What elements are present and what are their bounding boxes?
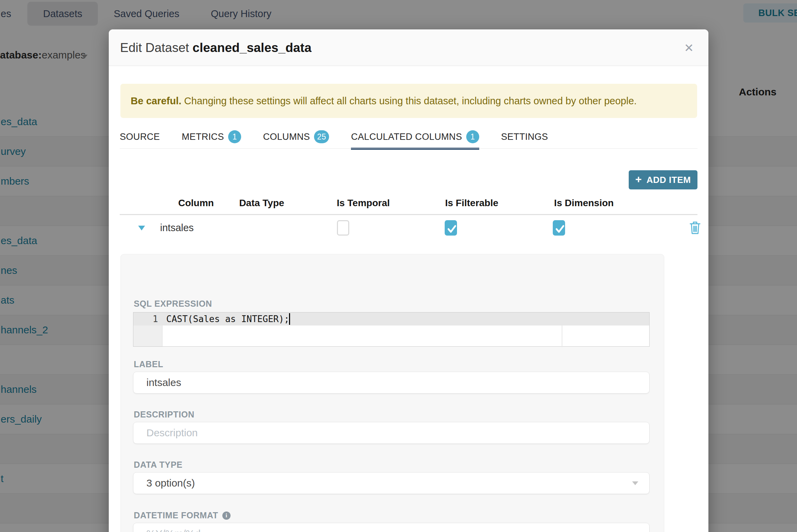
sql-expression-editor[interactable]: 1 CAST(Sales as INTEGER); xyxy=(133,312,650,347)
editor-line-number: 1 xyxy=(133,312,158,325)
check-icon xyxy=(554,223,565,234)
calculated-column-name: intsales xyxy=(160,222,194,234)
tab-bar-divider xyxy=(120,148,697,149)
data-type-selected-value: 3 option(s) xyxy=(146,473,195,494)
modal-tab-bar: SOURCEMETRICS1COLUMNS25CALCULATED COLUMN… xyxy=(120,127,548,149)
sql-expression-label: SQL EXPRESSION xyxy=(134,299,212,309)
label-field-label: LABEL xyxy=(134,359,163,369)
screen: es DatasetsSaved QueriesQuery History BU… xyxy=(0,0,797,532)
datetime-format-field-label: DATETIME FORMAT i xyxy=(134,510,231,520)
modal-title: Edit Dataset cleaned_sales_data xyxy=(120,41,311,55)
collapse-row-caret-icon[interactable] xyxy=(138,226,145,230)
sql-expression-code: CAST(Sales as INTEGER); xyxy=(166,312,289,325)
data-type-field-label: DATA TYPE xyxy=(134,460,182,470)
tab-source[interactable]: SOURCE xyxy=(120,127,160,149)
chevron-down-icon xyxy=(632,481,638,485)
tab-count-badge: 1 xyxy=(228,130,241,143)
warning-bold-text: Be careful. xyxy=(131,95,181,106)
plus-icon: + xyxy=(635,173,642,186)
checkbox-is-dimension[interactable] xyxy=(553,220,565,236)
modal-header: Edit Dataset cleaned_sales_data ✕ xyxy=(109,29,708,66)
table-header-border xyxy=(120,214,697,215)
info-icon[interactable]: i xyxy=(222,511,231,520)
column-header-is-filterable: Is Filterable xyxy=(445,198,498,209)
datetime-format-label-text: DATETIME FORMAT xyxy=(134,510,218,520)
tab-columns[interactable]: COLUMNS25 xyxy=(263,127,329,149)
add-item-label: ADD ITEM xyxy=(646,175,691,185)
close-icon: ✕ xyxy=(684,41,694,54)
tab-label: METRICS xyxy=(182,132,224,142)
checkbox-is-filterable[interactable] xyxy=(445,220,457,236)
checkbox-is-temporal[interactable] xyxy=(337,220,349,236)
tab-metrics[interactable]: METRICS1 xyxy=(182,127,241,149)
column-header-is-dimension: Is Dimension xyxy=(554,198,614,209)
tab-count-badge: 25 xyxy=(314,130,329,143)
tab-label: COLUMNS xyxy=(263,132,310,142)
tab-label: CALCULATED COLUMNS xyxy=(351,132,462,142)
tab-label: SOURCE xyxy=(120,132,160,142)
tab-label: SETTINGS xyxy=(501,132,548,142)
trash-icon xyxy=(689,221,701,235)
add-item-button[interactable]: + ADD ITEM xyxy=(629,170,697,189)
calculated-column-detail-panel: SQL EXPRESSION 1 CAST(Sales as INTEGER);… xyxy=(120,254,664,532)
tab-count-badge: 1 xyxy=(466,130,479,143)
modal-title-prefix: Edit Dataset xyxy=(120,41,193,55)
delete-row-button[interactable] xyxy=(688,221,702,235)
label-input[interactable] xyxy=(133,372,650,394)
tab-calculated-columns[interactable]: CALCULATED COLUMNS1 xyxy=(351,127,479,149)
editor-print-margin xyxy=(562,325,562,347)
description-field-label: DESCRIPTION xyxy=(134,410,194,420)
close-button[interactable]: ✕ xyxy=(679,38,698,57)
column-header-is-temporal: Is Temporal xyxy=(337,198,390,209)
datetime-format-input[interactable] xyxy=(133,523,650,532)
check-icon xyxy=(446,223,457,234)
description-input[interactable] xyxy=(133,422,650,444)
data-type-select[interactable]: 3 option(s) xyxy=(133,472,650,494)
warning-text: Changing these settings will affect all … xyxy=(181,95,637,106)
tab-settings[interactable]: SETTINGS xyxy=(501,127,548,149)
column-header-data-type: Data Type xyxy=(239,198,284,209)
modal-title-dataset-name: cleaned_sales_data xyxy=(193,41,312,55)
column-header-column: Column xyxy=(178,198,214,209)
warning-banner: Be careful. Changing these settings will… xyxy=(120,84,697,118)
editor-cursor xyxy=(289,313,290,325)
edit-dataset-modal: Edit Dataset cleaned_sales_data ✕ Be car… xyxy=(109,29,708,532)
